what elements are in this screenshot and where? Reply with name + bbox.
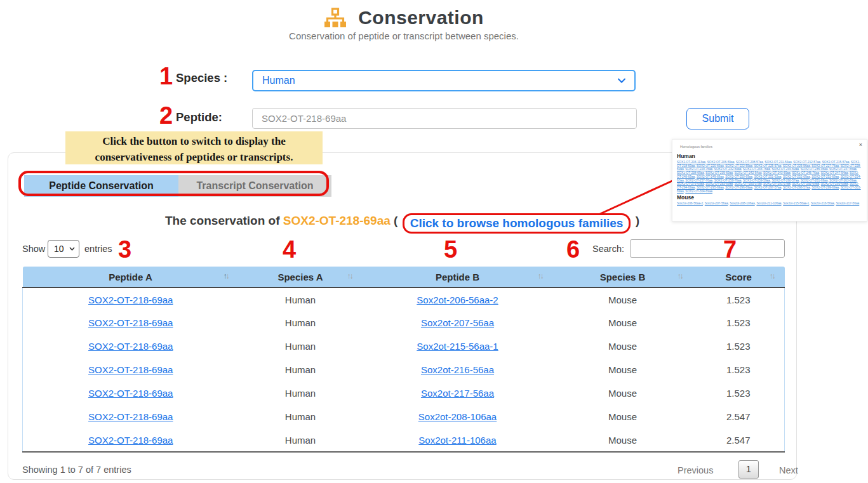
species-a-cell: Human [239,288,363,311]
homolog-link[interactable]: SOX2-OT-292-69aa [792,182,819,185]
peptide-b-link[interactable]: Sox2ot-206-56aa-2 [417,294,498,305]
homolog-link[interactable]: SOX2-OT-260-57aa [771,179,799,182]
species-b-cell: Mouse [553,381,693,405]
sort-icon: ↑↓ [224,272,229,281]
homolog-link[interactable]: SOX2-OT-297-57aa [754,186,782,189]
peptide-a-link[interactable]: SOX2-OT-218-69aa [88,411,173,422]
peptide-b-link[interactable]: Sox2ot-217-56aa [421,388,494,399]
peptide-a-link[interactable]: SOX2-OT-218-69aa [88,435,173,446]
homolog-link[interactable]: SOX2-OT-250-69aa [725,175,752,178]
column-header-peptide-a[interactable]: Peptide A↑↓ [23,267,239,288]
previous-button[interactable]: Previous [678,465,713,475]
homolog-link[interactable]: SOX2-OT-235-96aa [801,168,828,171]
peptide-b-link[interactable]: Sox2ot-216-56aa [421,364,494,375]
homolog-link[interactable]: SOX2-OT-247-54aa [821,171,848,175]
homolog-link[interactable]: SOX2-OT-234-69aa [771,168,799,171]
popup-title: Homologous families [680,145,712,149]
homolog-link[interactable]: SOX2-OT-285-57aa [735,182,762,185]
homolog-link[interactable]: SOX2-OT-211-54aa [765,161,791,164]
homolog-link[interactable]: SOX2-OT-225-56aa [783,164,810,168]
homolog-link[interactable]: SOX2-OT-233-76aa [743,168,770,171]
species-b-cell: Mouse [553,428,693,452]
homolog-link[interactable]: SOX2-OT-276-69aa [677,182,704,185]
homolog-link[interactable]: SOX2-OT-263-69aa [829,179,857,182]
homolog-link[interactable]: SOX2-OT-304-69aa [685,190,712,193]
tab-peptide-conservation[interactable]: Peptide Conservation [24,175,178,197]
homolog-link[interactable]: SOX2-OT-222-55aa [725,164,752,168]
homolog-link[interactable]: Sox2ot-206-56aa-2 [677,202,703,205]
homolog-link[interactable]: SOX2-OT-203-113aa [677,161,705,164]
homolog-link[interactable]: SOX2-OT-283-69aa [705,182,733,185]
peptide-a-link[interactable]: SOX2-OT-218-69aa [88,364,173,375]
homolog-link[interactable]: SOX2-OT-237-55aa [829,168,857,171]
results-peptide-name: SOX2-OT-218-69aa [283,214,391,227]
homolog-link[interactable]: SOX2-OT-215-57aa [822,161,850,164]
homolog-link[interactable]: SOX2-OT-295-69aa [697,186,724,189]
species-label: Species : [176,71,227,85]
homolog-link[interactable]: SOX2-OT-225-57aa [754,164,782,168]
page-number-button[interactable]: 1 [738,460,759,479]
homolog-link[interactable]: SOX2-OT-232-69aa [714,168,742,171]
homolog-link[interactable]: Sox2ot-207-56aa [705,202,728,205]
column-header-peptide-b[interactable]: Peptide B↑↓ [363,267,553,288]
score-cell: 1.523 [693,334,785,358]
homolog-link[interactable]: SOX2-OT-298-57aa [783,186,810,189]
peptide-a-link[interactable]: SOX2-OT-218-69aa [88,388,173,399]
next-button[interactable]: Next [779,465,798,475]
homolog-link[interactable]: SOX2-OT-249-69aa [697,175,724,178]
homolog-link[interactable]: SOX2-OT-208-57aa [736,161,763,164]
column-header-species-b[interactable]: Species B↑↓ [553,267,693,288]
homolog-link[interactable]: Sox2ot-216-56aa [811,202,834,205]
homolog-link[interactable]: Sox2ot-215-56aa-1 [783,202,809,205]
page-title: Conservation [358,7,484,29]
species-select[interactable]: Human [252,70,636,91]
homolog-link[interactable]: SOX2-OT-242-54aa [735,171,762,175]
homolog-link[interactable]: SOX2-OT-212-57aa [793,161,820,164]
homolog-link[interactable]: SOX2-OT-238-69aa [677,171,704,175]
homolog-link[interactable]: SOX2-OT-251-63aa [754,175,782,178]
submit-button[interactable]: Submit [686,108,749,129]
close-icon[interactable]: × [859,142,862,148]
homolog-link[interactable]: SOX2-OT-296-69aa [725,186,752,189]
annotation-number-7: 7 [723,237,737,261]
paren-close: ) [632,214,639,227]
homolog-link[interactable]: SOX2-OT-229-76aa [685,168,712,171]
homolog-link[interactable]: Sox2ot-208-106aa [730,202,754,205]
tab-transcript-conservation[interactable]: Transcript Conservation [178,175,331,197]
homolog-link[interactable]: SOX2-OT-293-69aa [821,182,848,185]
species-a-cell: Human [239,311,363,334]
peptide-b-link[interactable]: Sox2ot-208-106aa [418,411,497,422]
homolog-link[interactable]: SOX2-OT-253-69aa [811,175,839,178]
homolog-link[interactable]: SOX2-OT-220-69aa [697,164,724,168]
homolog-link[interactable]: SOX2-OT-291-57aa [763,182,791,185]
homolog-link[interactable]: SOX2-OT-227-76aa [811,164,839,168]
homolog-link[interactable]: SOX2-OT-261-69aa [801,179,828,182]
homolog-link[interactable]: SOX2-OT-299-69aa [811,186,839,189]
peptide-input[interactable] [252,108,637,129]
peptide-b-link[interactable]: Sox2ot-207-56aa [421,317,494,328]
homolog-link[interactable]: SOX2-OT-246-76aa [792,171,819,175]
homolog-link[interactable]: SOX2-OT-239-69aa [705,171,733,175]
homolog-link[interactable]: SOX2-OT-258-76aa [714,179,742,182]
peptide-a-link[interactable]: SOX2-OT-218-69aa [88,317,173,328]
peptide-b-link[interactable]: Sox2ot-211-106aa [418,435,496,446]
homolog-link[interactable]: Sox2ot-211-106aa [756,202,781,205]
browse-homologous-families-link[interactable]: Click to browse homologous families [410,216,624,230]
search-input[interactable] [630,239,785,258]
homolog-link[interactable]: SOX2-OT-257-76aa [685,179,712,182]
page-size-select[interactable]: 10 [48,240,79,258]
popup-link-list: Sox2ot-206-56aa-2, Sox2ot-207-56aa, Sox2… [677,202,863,206]
table-row: SOX2-OT-218-69aaHumanSox2ot-207-56aaMous… [23,311,785,334]
homolog-link[interactable]: Sox2ot-217-56aa [836,202,859,205]
homolog-link[interactable]: SOX2-OT-243-69aa [763,171,791,175]
homolog-link[interactable]: SOX2-OT-252-69aa [783,175,810,178]
column-header-score[interactable]: Score↑↓ [693,267,785,288]
column-header-species-a[interactable]: Species A↑↓ [239,267,363,288]
show-label: Show [22,244,45,254]
table-row: SOX2-OT-218-69aaHumanSox2ot-208-106aaMou… [23,405,785,428]
homolog-link[interactable]: SOX2-OT-259-59aa [743,179,770,182]
peptide-a-link[interactable]: SOX2-OT-218-69aa [88,341,173,352]
peptide-a-link[interactable]: SOX2-OT-218-69aa [88,294,173,305]
peptide-b-link[interactable]: Sox2ot-215-56aa-1 [417,341,498,352]
homolog-link[interactable]: SOX2-OT-206-59aa [707,161,735,164]
